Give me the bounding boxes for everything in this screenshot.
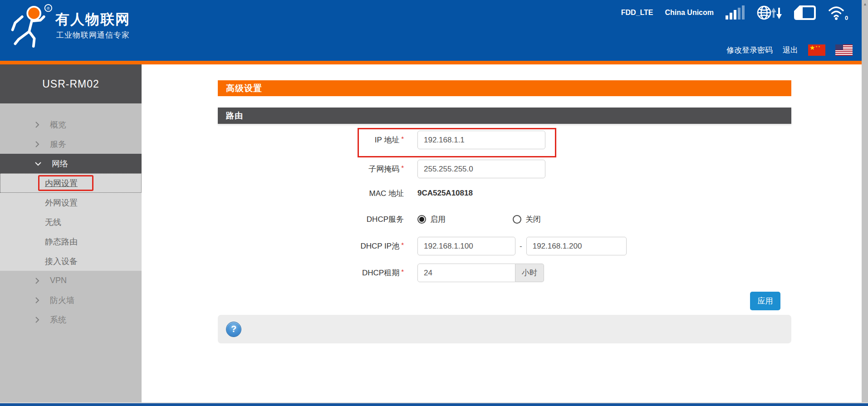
sidebar-item-label: VPN — [50, 276, 67, 285]
submenu-item-connected-devices[interactable]: 接入设备 — [0, 251, 142, 271]
brand-title: 有人物联网 — [55, 10, 130, 29]
ip-address-label: IP 地址* — [218, 135, 417, 145]
submenu-item-wireless[interactable]: 无线 — [0, 212, 142, 232]
section-title-route: 路由 — [218, 108, 791, 124]
dhcp-pool-end-input[interactable] — [526, 237, 627, 255]
mac-address-value: 9CA525A10818 — [417, 189, 473, 198]
sidebar-menu: 概览 服务 网络 内网设置 外网设置 — [0, 115, 142, 329]
wifi-client-count: 0 — [845, 15, 848, 21]
sidebar-item-label: 网络 — [52, 158, 68, 169]
netmask-label: 子网掩码* — [218, 164, 417, 174]
required-asterisk: * — [401, 268, 404, 275]
sidebar-item-network[interactable]: 网络 — [0, 154, 142, 173]
sim-card-icon — [794, 5, 816, 20]
ip-address-input[interactable] — [417, 131, 545, 149]
status-row: FDD_LTE China Unicom — [621, 5, 848, 21]
device-name: USR-RM02 — [0, 64, 142, 103]
language-english-flag[interactable] — [835, 44, 853, 56]
logout-link[interactable]: 退出 — [783, 45, 798, 55]
dhcp-lease-input[interactable] — [417, 264, 515, 282]
sidebar-item-overview[interactable]: 概览 — [0, 115, 142, 134]
help-question-icon[interactable]: ? — [226, 322, 241, 337]
dhcp-enable-label: 启用 — [430, 214, 446, 225]
help-panel: ? — [218, 315, 791, 343]
range-separator: - — [520, 242, 522, 251]
submenu-item-label: 外网设置 — [45, 197, 78, 208]
chevron-right-icon — [34, 297, 40, 304]
netmask-row: 子网掩码* — [218, 160, 791, 178]
usr-iot-logo: ® — [9, 4, 53, 49]
required-asterisk: * — [401, 135, 404, 142]
page-banner: 高级设置 — [218, 80, 791, 96]
bottom-bar — [0, 402, 868, 406]
sidebar: USR-RM02 概览 服务 网络 内网设置 — [0, 64, 142, 403]
dhcp-service-label: DHCP服务 — [218, 214, 417, 225]
network-type-label: FDD_LTE — [621, 9, 653, 17]
radio-button-icon — [417, 215, 426, 224]
submenu-item-label: 无线 — [45, 217, 61, 228]
required-asterisk: * — [401, 164, 404, 171]
sidebar-item-vpn[interactable]: VPN — [0, 271, 142, 290]
submenu-item-label: 内网设置 — [45, 178, 78, 189]
brand-subtitle: 工业物联网通信专家 — [56, 30, 130, 40]
chevron-right-icon — [34, 121, 40, 128]
change-password-link[interactable]: 修改登录密码 — [726, 45, 773, 55]
apply-row: 应用 — [218, 292, 791, 310]
router-admin-page: ® 有人物联网 工业物联网通信专家 FDD_LTE China Unicom — [0, 0, 868, 406]
dhcp-lease-row: DHCP租期* 小时 — [218, 264, 791, 282]
mac-address-row: MAC 地址 9CA525A10818 — [218, 188, 791, 199]
dhcp-enable-radio[interactable]: 启用 — [417, 214, 446, 225]
dhcp-service-row: DHCP服务 启用 关闭 — [218, 214, 791, 225]
submenu-item-lan-settings[interactable]: 内网设置 — [0, 173, 142, 193]
submenu-item-label: 静态路由 — [45, 236, 78, 247]
submenu-item-wan-settings[interactable]: 外网设置 — [0, 193, 142, 212]
dhcp-disable-label: 关闭 — [525, 214, 541, 225]
account-row: 修改登录密码 退出 ★✦✦ — [726, 43, 853, 57]
mac-address-label: MAC 地址 — [218, 188, 417, 199]
dhcp-pool-row: DHCP IP池* - — [218, 237, 791, 255]
netmask-input[interactable] — [417, 160, 545, 178]
sidebar-item-system[interactable]: 系统 — [0, 310, 142, 329]
chevron-right-icon — [34, 141, 40, 148]
carrier-label: China Unicom — [665, 9, 714, 17]
wifi-client-icon: 0 — [828, 5, 848, 21]
dhcp-lease-unit: 小时 — [515, 264, 544, 282]
sidebar-item-services[interactable]: 服务 — [0, 134, 142, 154]
dhcp-lease-label: DHCP租期* — [218, 268, 417, 278]
sidebar-item-label: 防火墙 — [50, 295, 74, 306]
submenu-item-static-route[interactable]: 静态路由 — [0, 232, 142, 251]
chevron-right-icon — [34, 277, 40, 284]
sidebar-item-label: 服务 — [50, 139, 66, 150]
logo-head — [27, 7, 40, 20]
dhcp-disable-radio[interactable]: 关闭 — [513, 214, 541, 225]
required-asterisk: * — [401, 241, 404, 249]
vertical-scrollbar[interactable]: ▲ — [862, 0, 868, 403]
chevron-right-icon — [34, 316, 40, 323]
dhcp-pool-start-input[interactable] — [417, 237, 515, 255]
lan-settings-form: IP 地址* 子网掩码* MAC 地址 9CA525A10818 DHCP服务 … — [218, 131, 791, 310]
sidebar-item-label: 系统 — [50, 314, 66, 325]
dhcp-pool-label: DHCP IP池* — [218, 241, 417, 251]
network-submenu: 内网设置 外网设置 无线 静态路由 接入设备 — [0, 173, 142, 271]
apply-button[interactable]: 应用 — [750, 292, 780, 310]
scrollbar-up-arrow-icon: ▲ — [863, 2, 867, 6]
sidebar-item-firewall[interactable]: 防火墙 — [0, 290, 142, 310]
registered-mark: ® — [47, 6, 50, 11]
ip-address-row: IP 地址* — [218, 131, 791, 149]
app-header: ® 有人物联网 工业物联网通信专家 FDD_LTE China Unicom — [0, 0, 868, 64]
submenu-item-label: 接入设备 — [45, 256, 78, 267]
sidebar-item-label: 概览 — [50, 119, 66, 130]
signal-strength-icon — [726, 6, 745, 20]
globe-traffic-icon — [756, 4, 782, 21]
chevron-down-icon — [34, 161, 42, 166]
language-chinese-flag[interactable]: ★✦✦ — [808, 44, 825, 56]
main-content: 高级设置 路由 IP 地址* 子网掩码* MAC 地址 9CA525A10818 — [142, 64, 862, 403]
radio-button-icon — [513, 215, 521, 224]
